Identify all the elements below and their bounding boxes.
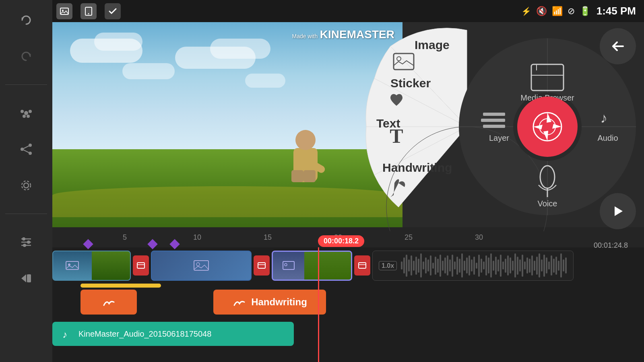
svg-point-18 <box>27 241 30 244</box>
ruler-mark-25: 25 <box>405 233 413 242</box>
cloud-6 <box>245 74 285 88</box>
svg-point-25 <box>88 13 89 14</box>
ruler-mark-15: 15 <box>264 233 272 242</box>
cloud-4 <box>210 39 270 59</box>
svg-point-19 <box>23 244 26 247</box>
svg-point-58 <box>285 263 287 266</box>
rewind-button[interactable] <box>14 266 38 290</box>
svg-point-41 <box>517 97 578 157</box>
timeline-tracks: 1.0x <box>52 247 644 362</box>
svg-rect-53 <box>194 261 208 270</box>
speed-label: 1.0x <box>379 261 397 270</box>
top-left-icons <box>52 0 121 22</box>
svg-marker-20 <box>21 274 26 282</box>
adjust-button[interactable] <box>14 230 38 254</box>
play-button[interactable] <box>600 193 636 229</box>
audio-label: Audio <box>597 134 618 142</box>
wifi-icon: 📶 <box>552 6 563 16</box>
svg-rect-39 <box>481 119 505 122</box>
svg-rect-22 <box>60 8 68 14</box>
layer-label: Layer <box>489 134 509 142</box>
check-app-icon[interactable] <box>105 3 121 19</box>
svg-point-23 <box>62 10 64 11</box>
sticker-label: Sticker <box>390 76 431 90</box>
svg-point-2 <box>24 111 28 115</box>
battery-icon: 🔋 <box>580 6 590 16</box>
svg-rect-38 <box>483 113 505 116</box>
handwriting-clip-label: Handwriting <box>251 296 307 308</box>
handwriting-label: Handwriting <box>382 161 452 175</box>
video-track: 1.0x <box>52 249 574 282</box>
time-cursor-line <box>318 247 319 362</box>
video-clip-2[interactable] <box>151 251 252 281</box>
photo-app-icon[interactable] <box>56 3 72 19</box>
video-clip-1[interactable] <box>52 251 131 281</box>
voice-label: Voice <box>538 199 557 208</box>
svg-rect-59 <box>359 263 366 268</box>
handwriting-clip-1[interactable] <box>80 290 137 315</box>
video-clip-3[interactable] <box>272 251 352 281</box>
time-display: 1:45 PM <box>597 5 636 17</box>
video-clip-long[interactable]: 1.0x <box>372 251 574 281</box>
svg-point-50 <box>68 263 70 266</box>
current-time-indicator: 00:00:18.2 <box>318 235 364 247</box>
svg-point-17 <box>22 237 25 241</box>
status-bar: ⚡ 🔇 📶 ⊘ 🔋 1:45 PM <box>52 0 644 22</box>
watermark-appname: KINE <box>320 28 347 41</box>
svg-marker-48 <box>615 206 623 216</box>
svg-line-11 <box>22 149 30 153</box>
share-button[interactable] <box>14 137 38 161</box>
ruler-mark-5: 5 <box>123 233 127 242</box>
sidebar-divider-1 <box>5 84 47 85</box>
svg-text:♪: ♪ <box>62 329 67 340</box>
progress-bar <box>80 284 161 288</box>
undo-button[interactable] <box>14 8 38 32</box>
svg-rect-49 <box>66 261 78 269</box>
cloud-2 <box>94 33 142 51</box>
person <box>285 130 326 182</box>
svg-point-54 <box>196 263 200 266</box>
effects-button[interactable] <box>14 101 38 125</box>
svg-point-4 <box>29 110 32 113</box>
handwriting-track: Handwriting <box>80 290 326 315</box>
svg-line-10 <box>22 145 30 149</box>
cloud-5 <box>122 63 175 79</box>
redo-button[interactable] <box>14 44 38 68</box>
clip-connector-1[interactable] <box>133 255 149 276</box>
status-icons: ⚡ 🔇 📶 ⊘ 🔋 <box>521 6 590 16</box>
ruler-mark-30: 30 <box>475 233 483 242</box>
svg-text:♪: ♪ <box>600 110 607 125</box>
mute-icon: 🔇 <box>536 6 547 16</box>
ruler-mark-10: 10 <box>193 233 201 242</box>
svg-point-5 <box>23 115 26 118</box>
tablet-app-icon[interactable] <box>80 3 97 19</box>
ban-icon: ⊘ <box>568 6 575 16</box>
svg-point-13 <box>22 181 31 190</box>
back-button[interactable] <box>600 28 636 64</box>
clip-connector-2[interactable] <box>254 255 270 276</box>
sidebar-divider-2 <box>5 214 47 214</box>
text-label: Text <box>376 117 400 130</box>
timeline: 5 10 15 20 25 30 00:00:18.2 00:01:24.8 <box>52 227 644 362</box>
handwriting-clip-2[interactable]: Handwriting <box>213 290 326 315</box>
svg-rect-40 <box>483 125 505 128</box>
image-label: Image <box>415 38 450 52</box>
svg-rect-21 <box>27 274 31 282</box>
audio-track[interactable]: ♪ KineMaster_Audio_20150618175048 <box>52 322 294 346</box>
svg-point-3 <box>21 110 24 113</box>
svg-rect-51 <box>137 263 144 268</box>
svg-point-6 <box>27 115 30 118</box>
bluetooth-icon: ⚡ <box>521 6 531 16</box>
watermark-made-with: Made with <box>292 33 318 39</box>
svg-rect-55 <box>258 263 265 268</box>
clip-connector-3[interactable] <box>354 255 370 276</box>
radial-menu-container: Media Browser ♪ Audio Voice Layer <box>350 22 644 231</box>
svg-point-12 <box>24 183 29 188</box>
audio-track-label: KineMaster_Audio_20150618175048 <box>78 329 211 339</box>
settings-button[interactable] <box>14 173 38 197</box>
left-sidebar <box>0 0 52 362</box>
